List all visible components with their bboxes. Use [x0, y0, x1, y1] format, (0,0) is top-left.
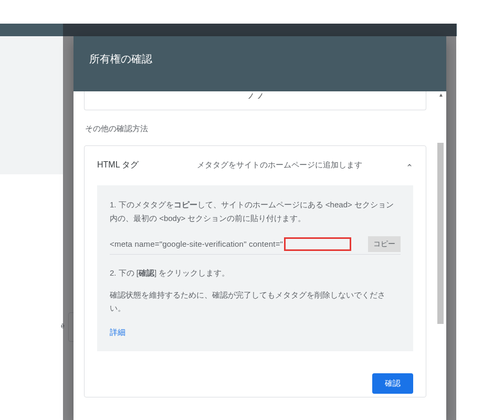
redacted-token — [284, 237, 351, 251]
scroll-thumb[interactable] — [437, 143, 444, 324]
meta-tag-row: <meta name="google-site-verification" co… — [110, 236, 401, 255]
keep-tag-note: 確認状態を維持するために、確認が完了してもメタタグを削除しないでください。 — [110, 288, 401, 315]
panel-description: メタタグをサイトのホームページに追加します — [197, 159, 406, 171]
copy-button[interactable]: コピー — [368, 236, 401, 252]
other-methods-label: その他の確認方法 — [85, 124, 426, 134]
panel-title: HTML タグ — [97, 159, 197, 171]
details-link[interactable]: 詳細 — [110, 326, 125, 339]
modal-scrollbar[interactable]: ▲ — [437, 91, 446, 420]
confirm-button[interactable]: 確認 — [372, 373, 413, 394]
scroll-up-icon[interactable]: ▲ — [438, 92, 444, 98]
chevron-up-icon — [406, 159, 413, 171]
ownership-verification-modal: 所有権の確認 ノノ その他の確認方法 HTML タグ メタタグをサイトのホームペ… — [74, 36, 446, 420]
truncated-text: ノノ — [246, 93, 265, 99]
previous-method-card-truncated[interactable]: ノノ — [84, 91, 426, 110]
html-tag-panel-header[interactable]: HTML タグ メタタグをサイトのホームページに追加します — [85, 146, 426, 185]
step-1-text: 1. 下のメタタグをコピーして、サイトのホームページにある <head> セクシ… — [110, 198, 401, 225]
bg-sidebar-top — [0, 24, 63, 174]
meta-tag-snippet[interactable]: <meta name="google-site-verification" co… — [110, 237, 363, 251]
modal-body: ノノ その他の確認方法 HTML タグ メタタグをサイトのホームページに追加しま… — [74, 91, 437, 420]
html-tag-panel: HTML タグ メタタグをサイトのホームページに追加します 1. 下のメタタグを… — [84, 145, 426, 397]
bg-sidebar-bottom — [0, 174, 63, 420]
modal-title: 所有権の確認 — [74, 36, 446, 91]
panel-content: 1. 下のメタタグをコピーして、サイトのホームページにある <head> セクシ… — [97, 185, 413, 351]
step-2-text: 2. 下の [確認] をクリックします。 — [110, 266, 401, 280]
